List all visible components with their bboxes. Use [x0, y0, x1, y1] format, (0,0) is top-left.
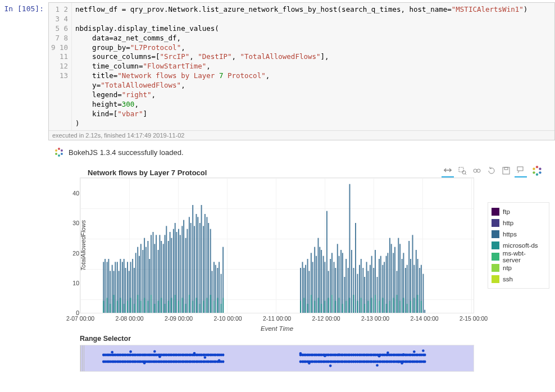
legend-item[interactable]: ms-wbt-server — [492, 251, 543, 262]
bokeh-logo-icon[interactable] — [531, 165, 543, 176]
svg-point-534 — [424, 361, 426, 363]
wheel-zoom-tool-icon[interactable] — [471, 165, 483, 177]
svg-rect-76 — [199, 223, 201, 313]
legend-swatch — [492, 230, 499, 238]
svg-rect-27 — [115, 262, 116, 313]
legend-item[interactable]: ntp — [492, 262, 543, 274]
svg-rect-68 — [185, 238, 186, 313]
legend-swatch — [492, 264, 499, 272]
svg-line-8 — [465, 174, 466, 175]
svg-rect-195 — [221, 304, 222, 313]
svg-rect-209 — [342, 304, 343, 313]
svg-rect-95 — [308, 271, 310, 313]
svg-point-9 — [474, 169, 477, 172]
legend-item[interactable]: microsoft-ds — [492, 240, 543, 251]
svg-rect-117 — [348, 268, 349, 313]
svg-rect-147 — [402, 259, 403, 313]
legend-swatch — [492, 208, 499, 216]
svg-rect-31 — [122, 262, 123, 313]
svg-rect-178 — [161, 298, 162, 313]
svg-rect-172 — [140, 301, 142, 313]
svg-point-15 — [539, 168, 541, 170]
svg-rect-125 — [362, 268, 363, 313]
box-zoom-tool-icon[interactable] — [456, 165, 468, 177]
svg-rect-166 — [120, 298, 121, 313]
svg-rect-11 — [503, 167, 509, 174]
svg-rect-131 — [373, 268, 374, 313]
svg-rect-224 — [397, 295, 398, 313]
chart-legend[interactable]: ftphttphttpsmicrosoft-dsms-wbt-serverntp… — [488, 202, 549, 289]
legend-swatch — [492, 241, 499, 249]
bokeh-loaded-banner: BokehJS 1.3.4 successfully loaded. — [54, 146, 549, 165]
svg-rect-228 — [410, 301, 411, 313]
svg-rect-173 — [144, 298, 145, 313]
svg-rect-143 — [394, 247, 395, 313]
svg-rect-223 — [393, 298, 394, 313]
svg-rect-111 — [337, 244, 338, 313]
range-selector-title: Range Selector — [80, 335, 549, 343]
x-tick: 2-13 00:00 — [361, 315, 389, 322]
svg-point-19 — [533, 168, 535, 170]
svg-rect-51 — [156, 235, 157, 313]
legend-label: ms-wbt-server — [503, 250, 543, 263]
svg-rect-118 — [349, 184, 351, 313]
reset-tool-icon[interactable] — [485, 165, 498, 177]
input-cell: In [105]: 1 2 3 4 5 6 7 8 9 10 11 12 13 … — [0, 0, 555, 140]
svg-rect-21 — [104, 259, 106, 313]
svg-rect-216 — [367, 301, 369, 313]
legend-swatch — [492, 275, 499, 283]
range-x-tick: 2-10 00:00 — [224, 373, 252, 374]
y-tick: 30 — [72, 220, 79, 226]
svg-rect-75 — [197, 217, 198, 313]
legend-item[interactable]: http — [492, 217, 543, 229]
svg-rect-203 — [321, 304, 322, 313]
svg-point-473 — [376, 364, 379, 367]
svg-rect-168 — [127, 301, 128, 313]
svg-rect-205 — [328, 298, 329, 313]
svg-point-1 — [61, 149, 63, 152]
svg-rect-101 — [319, 247, 320, 313]
svg-rect-182 — [175, 295, 176, 313]
svg-rect-227 — [407, 304, 408, 313]
pan-tool-icon[interactable] — [442, 164, 454, 177]
svg-rect-217 — [371, 298, 372, 313]
svg-rect-180 — [168, 301, 169, 313]
svg-rect-191 — [206, 298, 207, 313]
svg-rect-41 — [139, 256, 140, 313]
svg-point-487 — [386, 352, 389, 354]
legend-item[interactable]: ftp — [492, 206, 543, 217]
chart-toolbar — [442, 164, 543, 177]
legend-label: microsoft-ds — [503, 242, 538, 249]
legend-item[interactable]: https — [492, 229, 543, 240]
code-area[interactable]: 1 2 3 4 5 6 7 8 9 10 11 12 13 netflow_df… — [48, 2, 555, 140]
code-text[interactable]: netflow_df = qry_prov.Network.list_azure… — [72, 3, 554, 130]
chart-plot-frame[interactable]: TotalAllowedFlows 010203040 2-07 00:002-… — [80, 177, 474, 313]
svg-rect-155 — [416, 250, 417, 313]
legend-label: ntp — [503, 265, 512, 271]
svg-rect-45 — [145, 247, 147, 313]
svg-rect-43 — [142, 250, 143, 313]
svg-rect-153 — [412, 235, 413, 313]
svg-rect-149 — [405, 268, 406, 313]
range-selector-frame[interactable]: 2-07 00:002-10 00:002-13 00:00 — [80, 345, 474, 372]
legend-item[interactable]: ssh — [492, 274, 543, 285]
svg-rect-212 — [353, 295, 354, 313]
svg-rect-226 — [403, 298, 404, 313]
svg-rect-12 — [504, 167, 508, 170]
svg-rect-99 — [316, 256, 317, 313]
save-tool-icon[interactable] — [500, 165, 512, 177]
svg-rect-64 — [178, 229, 179, 313]
svg-point-244 — [111, 351, 113, 354]
hover-tool-icon[interactable] — [515, 164, 527, 177]
svg-rect-151 — [408, 241, 410, 313]
svg-point-16 — [539, 172, 541, 174]
svg-rect-220 — [382, 298, 383, 313]
y-tick: 20 — [72, 250, 79, 257]
svg-rect-135 — [380, 256, 381, 313]
svg-rect-29 — [119, 271, 120, 313]
svg-rect-102 — [321, 250, 322, 313]
svg-rect-103 — [323, 256, 324, 313]
svg-rect-50 — [154, 244, 155, 313]
svg-rect-127 — [366, 262, 367, 313]
svg-point-5 — [55, 149, 57, 152]
